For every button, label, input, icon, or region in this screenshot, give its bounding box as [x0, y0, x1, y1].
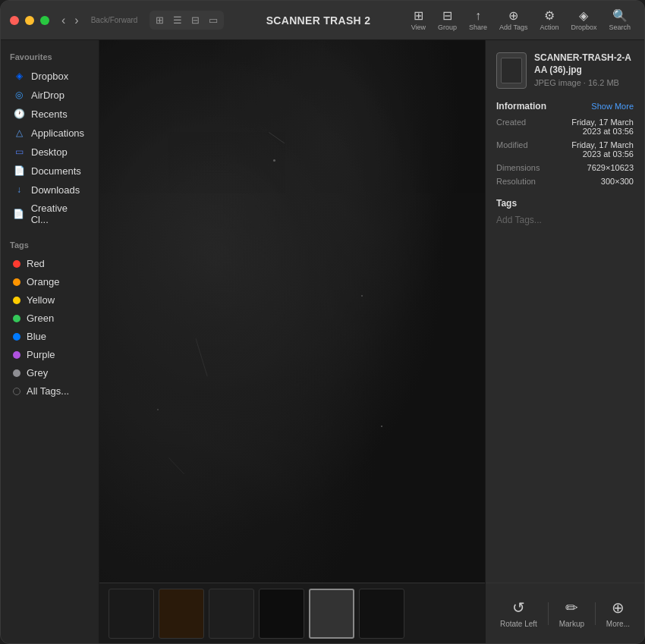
- documents-icon: 📄: [13, 165, 25, 177]
- favourites-label: Favourites: [1, 49, 99, 66]
- blue-dot: [13, 333, 20, 341]
- action-button[interactable]: ⚙ Action: [535, 7, 563, 34]
- yellow-dot: [13, 297, 20, 304]
- svg-line-1: [196, 338, 207, 376]
- info-section-header: Information Show More: [496, 101, 634, 112]
- sidebar-tag-green[interactable]: Green: [4, 309, 96, 327]
- markup-action[interactable]: ✏ Markup: [553, 594, 590, 633]
- minimize-button[interactable]: [25, 16, 34, 25]
- information-section: Information Show More Created Friday, 17…: [496, 101, 634, 186]
- modified-key: Modified: [496, 140, 557, 149]
- share-icon: ↑: [475, 10, 481, 22]
- downloads-icon: ↓: [13, 184, 25, 196]
- filmstrip-thumb-5[interactable]: [309, 589, 354, 639]
- sidebar-tag-orange[interactable]: Orange: [4, 273, 96, 291]
- share-button[interactable]: ↑ Share: [464, 7, 492, 34]
- sidebar-item-dropbox[interactable]: ◈ Dropbox: [4, 67, 96, 85]
- grid-view-button[interactable]: ⊞: [152, 13, 168, 27]
- maximize-button[interactable]: [40, 16, 49, 25]
- modified-row: Modified Friday, 17 March 2023 at 03:56: [496, 140, 634, 159]
- sidebar-tag-purple[interactable]: Purple: [4, 346, 96, 363]
- main-layout: Favourites ◈ Dropbox ◎ AirDrop 🕐 Recents…: [1, 40, 644, 643]
- dropbox-button[interactable]: ◈ Dropbox: [566, 7, 601, 34]
- dimensions-row: Dimensions 7629×10623: [496, 163, 634, 172]
- titlebar: ‹ › Back/Forward ⊞ ☰ ⊟ ▭ SCANNER TRASH 2…: [1, 1, 644, 40]
- sidebar-tag-yellow[interactable]: Yellow: [4, 291, 96, 309]
- show-more-link[interactable]: Show More: [591, 102, 634, 111]
- tags-section-info: Tags Add Tags...: [496, 198, 634, 225]
- svg-line-0: [269, 133, 285, 143]
- view-options-button[interactable]: ⊞ View: [407, 7, 430, 34]
- resolution-value: 300×300: [557, 177, 634, 186]
- sidebar-item-creative[interactable]: 📄 Creative Cl...: [4, 199, 96, 228]
- content-info-wrapper: SCANNER-TRASH-2-AAA (36).jpg JPEG image …: [99, 40, 644, 643]
- gallery-view-button[interactable]: ▭: [205, 13, 222, 27]
- more-action[interactable]: ⊕ More...: [600, 594, 636, 633]
- divider-2: [595, 602, 596, 625]
- forward-button[interactable]: ›: [71, 12, 81, 29]
- filmstrip-thumb-6[interactable]: [359, 589, 404, 639]
- clock-icon: 🕐: [13, 108, 25, 120]
- file-icon: [496, 52, 527, 89]
- add-tags-button[interactable]: ⊕ Add Tags: [495, 7, 532, 34]
- group-button[interactable]: ⊟ Group: [433, 7, 461, 34]
- close-button[interactable]: [10, 16, 19, 25]
- group-icon: ⊟: [442, 10, 452, 22]
- information-title: Information: [496, 101, 546, 112]
- creative-icon: 📄: [13, 208, 25, 220]
- title-area: SCANNER TRASH 2: [230, 14, 406, 27]
- divider-1: [548, 602, 549, 625]
- action-icon: ⚙: [544, 10, 555, 22]
- purple-dot: [13, 351, 20, 359]
- sidebar-item-recents[interactable]: 🕐 Recents: [4, 105, 96, 123]
- file-icon-inner: [501, 58, 522, 83]
- filmstrip-thumb-4[interactable]: [259, 589, 304, 639]
- airdrop-icon: ◎: [13, 89, 25, 101]
- grey-dot: [13, 369, 20, 377]
- back-button[interactable]: ‹: [58, 12, 68, 29]
- window-title: SCANNER TRASH 2: [266, 14, 371, 27]
- tags-title: Tags: [496, 198, 634, 209]
- image-preview[interactable]: [99, 40, 485, 583]
- scratch-overlay: [99, 40, 485, 583]
- file-type: JPEG image · 16.2 MB: [534, 78, 634, 87]
- view-icon: ⊞: [414, 10, 423, 22]
- orange-dot: [13, 278, 20, 286]
- add-tags-field[interactable]: Add Tags...: [496, 215, 634, 225]
- sidebar-item-applications[interactable]: △ Applications: [4, 124, 96, 142]
- red-dot: [13, 260, 20, 268]
- sidebar-tag-all[interactable]: All Tags...: [4, 382, 96, 400]
- content-area: [99, 40, 485, 643]
- search-icon: 🔍: [612, 10, 628, 22]
- sidebar-item-airdrop[interactable]: ◎ AirDrop: [4, 86, 96, 104]
- column-view-button[interactable]: ⊟: [187, 13, 203, 27]
- sidebar-tag-red[interactable]: Red: [4, 255, 96, 272]
- sidebar-item-downloads[interactable]: ↓ Downloads: [4, 181, 96, 199]
- filmstrip-thumb-1[interactable]: [109, 589, 154, 639]
- sidebar-tag-grey[interactable]: Grey: [4, 364, 96, 382]
- rotate-left-icon: ↺: [512, 598, 525, 617]
- finder-window: ‹ › Back/Forward ⊞ ☰ ⊟ ▭ SCANNER TRASH 2…: [0, 0, 645, 644]
- toolbar-right: ⊞ View ⊟ Group ↑ Share ⊕ Add Tags ⚙ Acti…: [407, 7, 635, 34]
- resolution-key: Resolution: [496, 177, 557, 186]
- back-forward-label: Back/Forward: [91, 16, 138, 24]
- sidebar-item-documents[interactable]: 📄 Documents: [4, 162, 96, 180]
- more-label: More...: [606, 620, 630, 628]
- filmstrip-thumb-3[interactable]: [209, 589, 254, 639]
- search-button[interactable]: 🔍 Search: [604, 7, 635, 34]
- all-tags-dot: [13, 388, 20, 395]
- image-placeholder: [99, 40, 485, 583]
- rotate-left-action[interactable]: ↺ Rotate Left: [494, 594, 543, 633]
- filmstrip[interactable]: [99, 583, 485, 643]
- info-panel: SCANNER-TRASH-2-AAA (36).jpg JPEG image …: [485, 40, 644, 643]
- file-info-text: SCANNER-TRASH-2-AAA (36).jpg JPEG image …: [534, 52, 634, 87]
- apps-icon: △: [13, 127, 25, 139]
- file-header: SCANNER-TRASH-2-AAA (36).jpg JPEG image …: [496, 52, 634, 89]
- filmstrip-thumb-2[interactable]: [159, 589, 204, 639]
- dimensions-key: Dimensions: [496, 163, 557, 172]
- sidebar-tag-blue[interactable]: Blue: [4, 328, 96, 345]
- modified-value: Friday, 17 March 2023 at 03:56: [557, 140, 634, 159]
- created-row: Created Friday, 17 March 2023 at 03:56: [496, 118, 634, 136]
- sidebar-item-desktop[interactable]: ▭ Desktop: [4, 143, 96, 161]
- list-view-button[interactable]: ☰: [169, 13, 186, 27]
